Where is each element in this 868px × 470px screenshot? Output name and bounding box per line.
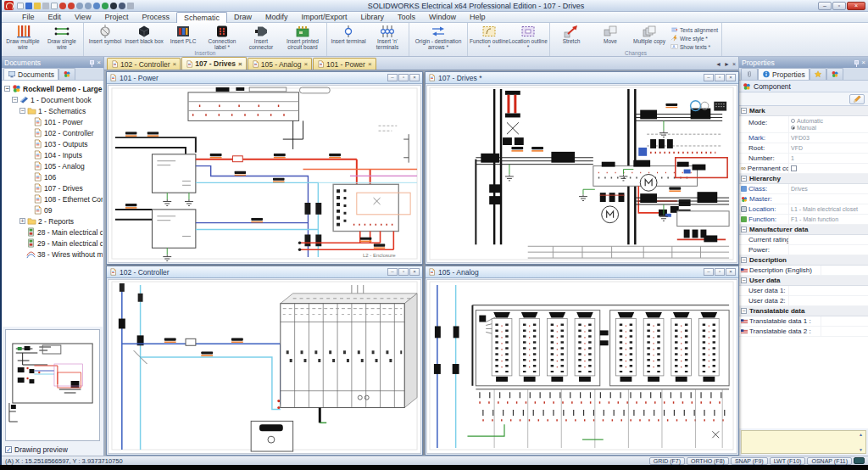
analog-schematic-canvas[interactable] [426, 279, 737, 454]
tab-documents[interactable]: Documents [3, 68, 58, 80]
panel-close-icon[interactable]: × [861, 59, 865, 66]
doc-tab-101-power[interactable]: 101 - Power× [313, 58, 376, 70]
permanent-checkbox[interactable] [791, 165, 797, 171]
section-manufacturer-data[interactable]: −Manufacturer data [739, 225, 868, 235]
insert-printed-circuit-board-button[interactable]: Insert printed circuit board [281, 24, 325, 50]
property-row-master[interactable]: Master: [739, 194, 868, 204]
child-minimize-button[interactable]: – [387, 74, 398, 81]
menu-import-export[interactable]: Import/Export [294, 12, 353, 22]
scroll-up-icon[interactable]: ▲ [857, 432, 865, 437]
tab-scroll-right-button[interactable]: ► [724, 61, 730, 67]
drawing-preview-toggle[interactable]: ✓ Drawing preview [2, 444, 103, 456]
menu-view[interactable]: View [68, 12, 97, 22]
property-row-translatable-2[interactable]: Translatable data 2 : [739, 327, 868, 337]
tree-item-101-power[interactable]: 101 - Power [3, 116, 103, 127]
child-minimize-button[interactable]: – [704, 268, 714, 276]
tab-close-icon[interactable]: × [173, 60, 177, 68]
child-close-button[interactable]: × [409, 74, 420, 81]
close-button[interactable]: × [847, 2, 865, 10]
checkbox-icon[interactable]: ✓ [5, 446, 12, 453]
property-row-current-rating[interactable]: Current rating: [739, 235, 868, 245]
location-outline-button[interactable]: Location outline * [509, 24, 548, 50]
section-expander-icon[interactable]: − [741, 308, 747, 314]
section-expander-icon[interactable]: − [741, 277, 747, 283]
child-close-button[interactable]: × [726, 74, 736, 81]
menu-window[interactable]: Window [422, 12, 463, 22]
lwt-toggle-button[interactable]: LWT (F10) [770, 457, 806, 465]
tab-list-close-button[interactable]: × [732, 61, 736, 67]
tree-item-2-reports[interactable]: +2 - Reports [3, 215, 103, 227]
pin-icon[interactable] [854, 60, 859, 64]
connection-label-button[interactable]: Connection label * [203, 24, 242, 50]
property-row-root[interactable]: Root:VFD [739, 143, 868, 154]
tab-attachments[interactable] [741, 68, 758, 80]
insert-black-box-button[interactable]: Insert black box [125, 24, 164, 44]
description-note-box[interactable]: ▲ ▼ [741, 430, 866, 454]
radio-icon[interactable] [791, 119, 795, 123]
section-expander-icon[interactable]: − [741, 108, 747, 114]
property-row-function[interactable]: Function:F1 - Main function [739, 215, 868, 225]
doc-tab-107-drives[interactable]: 107 - Drives× [181, 57, 246, 70]
window-107-drives-titlebar[interactable]: 107 - Drives * – ▫ × [426, 72, 738, 84]
insert-terminal-button[interactable]: Insert terminal [329, 24, 368, 44]
tree-item-104-inputs[interactable]: 104 - Inputs [3, 149, 103, 160]
section-translatable-data[interactable]: −Translatable data [739, 306, 868, 316]
stretch-button[interactable]: Stretch [552, 24, 591, 44]
tree-item-38-wires-without-mark[interactable]: 38 - Wires without mark [3, 249, 103, 260]
snap-toggle-button[interactable]: SNAP (F9) [731, 457, 768, 465]
tab-misc[interactable] [826, 68, 843, 80]
texts-alignment-button[interactable]: Texts alignment [670, 26, 718, 33]
tab-close-icon[interactable]: × [303, 60, 308, 68]
insert-plc-button[interactable]: Insert PLC [164, 24, 203, 44]
tree-expander[interactable]: − [4, 86, 10, 92]
tree-item-rockwell-demo[interactable]: −Rockwell Demo - Large Discret [3, 83, 103, 94]
child-minimize-button[interactable]: – [387, 268, 398, 276]
maximize-button[interactable]: ▫ [832, 2, 846, 10]
menu-draw[interactable]: Draw [227, 12, 259, 22]
drives-schematic-canvas[interactable] [426, 85, 737, 263]
property-row-number[interactable]: Number:1 [739, 154, 868, 164]
tree-item-102-controller[interactable]: 102 - Controller [3, 127, 103, 138]
controller-schematic-canvas[interactable] [108, 279, 421, 454]
menu-library[interactable]: Library [354, 12, 392, 22]
section-user-data[interactable]: −User data [739, 276, 868, 286]
tree-item-28-main-electrical-closet[interactable]: 28 - Main electrical closet [3, 227, 103, 238]
status-icon[interactable] [854, 457, 865, 464]
window-101-power-titlebar[interactable]: 101 - Power – ▫ × [107, 72, 422, 84]
insert-connector-button[interactable]: Insert connector [242, 24, 281, 50]
menu-tools[interactable]: Tools [391, 12, 422, 22]
child-maximize-button[interactable]: ▫ [715, 268, 725, 276]
tree-item-108-ethernet[interactable]: 108 - Ethernet Connect [3, 193, 103, 204]
tree-expander[interactable]: − [19, 108, 25, 114]
tree-item-09[interactable]: 09 [3, 204, 103, 215]
draw-multiple-wire-button[interactable]: Draw multiple wire [3, 24, 42, 50]
minimize-button[interactable]: – [818, 2, 832, 10]
tab-scroll-left-button[interactable]: ◄ [715, 61, 721, 67]
tab-properties[interactable]: Properties [758, 68, 810, 80]
child-maximize-button[interactable]: ▫ [398, 268, 409, 276]
mode-automatic-radio[interactable]: Automatic [791, 118, 823, 124]
tree-item-107-drives[interactable]: 107 - Drives [3, 182, 103, 193]
menu-help[interactable]: Help [463, 12, 492, 22]
child-close-button[interactable]: × [726, 268, 736, 276]
property-row-user-data-2[interactable]: User data 2: [739, 296, 868, 306]
ortho-toggle-button[interactable]: ORTHO (F8) [687, 457, 729, 465]
function-outline-button[interactable]: Function outline * [470, 24, 509, 50]
radio-icon[interactable] [791, 126, 795, 130]
drawing-preview-thumbnail[interactable] [5, 329, 100, 441]
child-minimize-button[interactable]: – [704, 74, 714, 81]
child-close-button[interactable]: × [409, 268, 420, 276]
tree-item-103-outputs[interactable]: 103 - Outputs [3, 138, 103, 149]
tab-components[interactable] [58, 68, 75, 80]
quick-access-toolbar[interactable] [17, 3, 134, 9]
section-description[interactable]: −Description [739, 255, 868, 266]
window-105-analog-titlebar[interactable]: 105 - Analog – ▫ × [426, 266, 738, 278]
menu-process[interactable]: Process [135, 12, 176, 22]
tree-item-document-book[interactable]: −1 - Document book [3, 94, 103, 105]
doc-tab-102-controller[interactable]: 102 - Controller× [107, 58, 181, 70]
tree-item-29-main-electrical-closet[interactable]: 29 - Main electrical closet [3, 238, 103, 249]
tree-item-schematics[interactable]: −1 - Schematics [3, 105, 103, 116]
tab-favorites[interactable] [810, 68, 826, 80]
menu-file[interactable]: File [15, 12, 42, 22]
move-button[interactable]: Move [591, 24, 630, 44]
